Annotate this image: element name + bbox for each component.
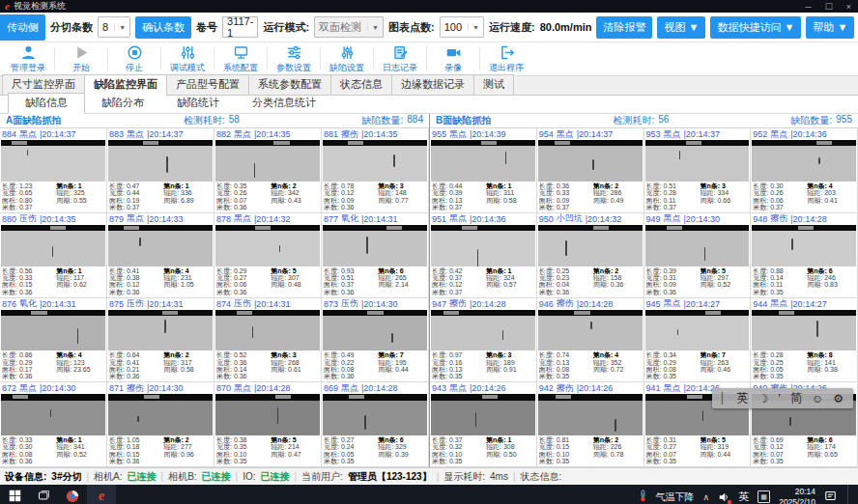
transmission-side-button[interactable]: 传动侧 — [0, 14, 45, 41]
slit-count-select[interactable]: 8 ▼ — [98, 16, 130, 38]
defect-image[interactable] — [538, 310, 643, 351]
defect-cell[interactable]: 942 擦伤 |20:14:26 长度: 0.81宽度: 0.15面积: 0.1… — [537, 382, 644, 467]
defect-cell[interactable]: 943 黑点 |20:14:26 长度: 0.37宽度: 0.32面积: 0.1… — [430, 382, 537, 467]
data-quick-access-button[interactable]: 数据快捷访问 ▼ — [710, 16, 801, 39]
debug-mode-button[interactable]: 调试模式 — [161, 42, 214, 75]
view-menu-button[interactable]: 视图 ▼ — [657, 16, 705, 39]
defect-image[interactable] — [323, 310, 427, 351]
ime-language-bar[interactable]: ▏ 英☽’简☺⚙ — [712, 388, 853, 408]
ime-item[interactable]: ⚙ — [833, 392, 844, 406]
defect-image[interactable] — [431, 310, 535, 351]
task-view-button[interactable] — [29, 485, 58, 504]
ime-mode-icon[interactable]: ▦ — [758, 490, 770, 503]
maximize-button[interactable]: ☐ — [825, 2, 833, 12]
defect-image[interactable] — [752, 140, 856, 182]
sub-tab-item[interactable]: 缺陷分布 — [85, 94, 160, 113]
defect-cell[interactable]: 869 黑点 |20:14:28 长度: 0.27宽度: 0.24面积: 0.0… — [322, 382, 429, 467]
defect-cell[interactable]: 945 黑点 |20:14:27 长度: 0.34宽度: 0.29面积: 0.0… — [644, 298, 752, 383]
roll-no-input[interactable]: 3117-1 — [222, 16, 258, 38]
defect-cell[interactable]: 883 黑点 |20:14:37 长度: 0.47宽度: 0.44面积: 0.1… — [107, 128, 214, 213]
ime-item[interactable]: 简 — [790, 390, 802, 406]
start-button[interactable]: 开始 — [55, 42, 107, 75]
defect-cell[interactable]: 955 黑点 |20:14:39 长度: 0.44宽度: 0.39面积: 0.1… — [430, 128, 537, 213]
defect-image[interactable] — [215, 394, 320, 435]
ime-item[interactable]: ☽ — [758, 392, 769, 406]
defect-cell[interactable]: 879 黑点 |20:14:33 长度: 0.41宽度: 0.38面积: 0.1… — [107, 213, 214, 298]
confirm-count-button[interactable]: 确认条数 — [135, 16, 191, 39]
main-tab-item[interactable]: 系统参数配置 — [248, 74, 331, 95]
defect-cell[interactable]: 884 黑点 |20:14:37 长度: 1.23宽度: 0.65面积: 0.8… — [0, 128, 107, 213]
tray-expand-chevron[interactable]: ∧ — [703, 492, 710, 502]
clear-alarm-button[interactable]: 清除报警 — [596, 16, 652, 39]
sub-tab-item[interactable]: 缺陷信息 — [8, 93, 85, 114]
defect-cell[interactable]: 881 擦伤 |20:14:35 长度: 0.78宽度: 0.12面积: 0.0… — [322, 128, 429, 213]
defect-image[interactable] — [108, 225, 213, 266]
defect-cell[interactable]: 952 黑点 |20:14:36 长度: 0.30宽度: 0.26面积: 0.0… — [751, 128, 858, 213]
ime-item[interactable]: ☺ — [812, 392, 823, 406]
defect-image[interactable] — [752, 310, 856, 351]
ime-item[interactable]: ’ — [778, 392, 781, 406]
exit-program-button[interactable]: 退出程序 — [480, 42, 532, 75]
run-mode-select[interactable]: 双面检测 ▼ — [314, 16, 384, 38]
defect-image[interactable] — [645, 225, 750, 266]
defect-image[interactable] — [1, 225, 105, 266]
admin-login-button[interactable]: 管理登录 — [2, 42, 54, 75]
ime-item[interactable]: 英 — [737, 390, 749, 406]
start-menu-button[interactable] — [0, 485, 29, 504]
defect-cell[interactable]: 950 小凹坑 |20:14:32 长度: 0.25宽度: 0.23面积: 0.… — [537, 213, 644, 298]
ime-drag-handle[interactable]: ▏ — [722, 392, 729, 405]
defect-image[interactable] — [645, 140, 750, 182]
defect-image[interactable] — [538, 394, 643, 435]
defect-settings-button[interactable]: 缺陷设置 — [321, 42, 373, 75]
defect-cell[interactable]: 944 黑点 |20:14:27 长度: 0.28宽度: 0.25面积: 0.0… — [751, 298, 858, 383]
stop-button[interactable]: 停止 — [108, 42, 160, 75]
defect-image[interactable] — [752, 225, 856, 266]
help-menu-button[interactable]: 帮助 ▼ — [806, 16, 854, 39]
speaker-icon[interactable] — [718, 491, 729, 503]
defect-image[interactable] — [215, 310, 320, 351]
param-settings-button[interactable]: 参数设置 — [268, 42, 320, 75]
defect-image[interactable] — [215, 225, 320, 266]
defect-image[interactable] — [108, 394, 213, 435]
main-tab-item[interactable]: 产品型号配置 — [166, 74, 249, 95]
show-desktop-button[interactable] — [847, 485, 854, 504]
defect-cell[interactable]: 870 黑点 |20:14:28 长度: 0.38宽度: 0.35面积: 0.1… — [214, 382, 322, 467]
ime-language-indicator[interactable]: 英 — [738, 490, 749, 504]
defect-cell[interactable]: 875 压伤 |20:14:31 长度: 0.64宽度: 0.41面积: 0.2… — [107, 298, 214, 383]
system-config-button[interactable]: 系统配置 — [214, 42, 267, 75]
sub-tab-item[interactable]: 分类信息统计 — [236, 94, 332, 113]
defect-image[interactable] — [108, 140, 213, 182]
weather-text[interactable]: 气温下降 — [656, 490, 695, 504]
defect-image[interactable] — [431, 225, 535, 266]
main-tab-item[interactable]: 状态信息 — [330, 74, 392, 95]
sub-tab-item[interactable]: 缺陷统计 — [160, 94, 236, 113]
defect-cell[interactable]: 874 压伤 |20:14:31 长度: 0.52宽度: 0.36面积: 0.1… — [214, 298, 322, 383]
defect-image[interactable] — [323, 394, 427, 435]
main-tab-item[interactable]: 测试 — [473, 74, 514, 95]
defect-cell[interactable]: 880 压伤 |20:14:35 长度: 0.56宽度: 0.33面积: 0.1… — [0, 213, 107, 298]
defect-image[interactable] — [538, 225, 643, 266]
defect-image[interactable] — [1, 310, 105, 351]
defect-image[interactable] — [323, 140, 427, 182]
close-button[interactable]: × — [846, 2, 851, 12]
defect-cell[interactable]: 882 黑点 |20:14:35 长度: 0.35宽度: 0.26面积: 0.0… — [214, 128, 322, 213]
defect-cell[interactable]: 949 黑点 |20:14:30 长度: 0.39宽度: 0.31面积: 0.0… — [644, 213, 752, 298]
main-tab-item[interactable]: 缺陷监控界面 — [84, 74, 167, 96]
defect-cell[interactable]: 947 擦伤 |20:14:28 长度: 0.97宽度: 0.16面积: 0.1… — [430, 298, 537, 383]
main-tab-item[interactable]: 边缘数据记录 — [391, 74, 474, 95]
defect-image[interactable] — [431, 394, 535, 435]
notification-center-icon[interactable] — [824, 490, 837, 504]
defect-cell[interactable]: 878 黑点 |20:14:32 长度: 0.29宽度: 0.27面积: 0.0… — [214, 213, 322, 298]
defect-cell[interactable]: 948 擦伤 |20:14:28 长度: 0.88宽度: 0.14面积: 0.1… — [751, 213, 858, 298]
defect-cell[interactable]: 877 氧化 |20:14:31 长度: 0.93宽度: 0.51面积: 0.3… — [322, 213, 429, 298]
defect-cell[interactable]: 954 黑点 |20:14:37 长度: 0.36宽度: 0.33面积: 0.0… — [537, 128, 644, 213]
record-video-button[interactable]: 录像 — [427, 42, 479, 75]
chart-points-select[interactable]: 100 ▼ — [440, 16, 484, 38]
clock[interactable]: 20:14 2025/2/10 — [779, 487, 815, 504]
minimize-button[interactable]: ─ — [805, 2, 811, 12]
defect-image[interactable] — [1, 394, 105, 435]
defect-cell[interactable]: 946 擦伤 |20:14:28 长度: 0.74宽度: 0.13面积: 0.0… — [537, 298, 644, 383]
defect-image[interactable] — [431, 140, 535, 182]
taskbar-app-inspection-active[interactable]: e — [87, 485, 116, 504]
defect-image[interactable] — [108, 310, 213, 351]
